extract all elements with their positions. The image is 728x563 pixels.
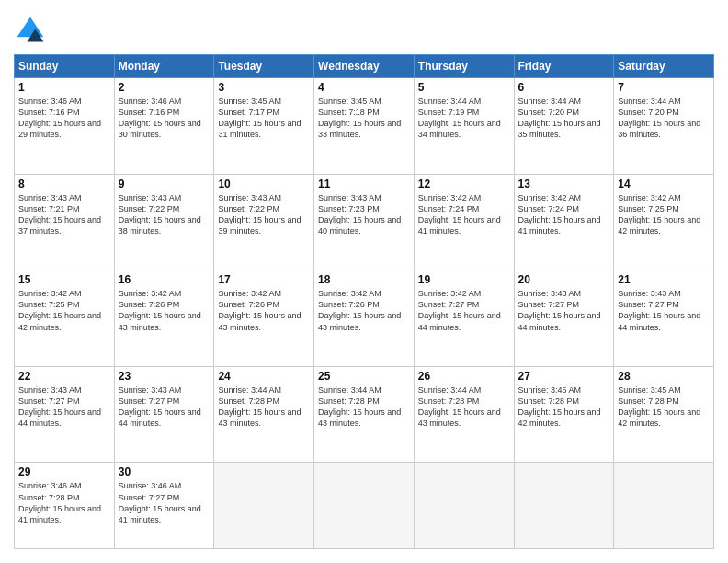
day-number: 1	[18, 81, 110, 94]
cell-info: Sunrise: 3:43 AM Sunset: 7:22 PM Dayligh…	[218, 192, 310, 237]
week-row-1: 1 Sunrise: 3:46 AM Sunset: 7:16 PM Dayli…	[15, 78, 714, 175]
day-number: 9	[119, 178, 210, 190]
day-number: 4	[318, 81, 410, 94]
day-number: 23	[119, 370, 210, 383]
day-number: 28	[618, 370, 710, 383]
cell-info: Sunrise: 3:42 AM Sunset: 7:24 PM Dayligh…	[518, 192, 610, 237]
weekday-header-thursday: Thursday	[414, 55, 514, 78]
calendar-cell: 29 Sunrise: 3:46 AM Sunset: 7:28 PM Dayl…	[15, 463, 115, 549]
cell-info: Sunrise: 3:44 AM Sunset: 7:20 PM Dayligh…	[518, 96, 610, 141]
calendar-cell: 21 Sunrise: 3:43 AM Sunset: 7:27 PM Dayl…	[614, 270, 714, 367]
calendar-cell: 3 Sunrise: 3:45 AM Sunset: 7:17 PM Dayli…	[214, 78, 314, 175]
calendar-cell: 28 Sunrise: 3:45 AM Sunset: 7:28 PM Dayl…	[614, 366, 714, 463]
calendar-cell: 9 Sunrise: 3:43 AM Sunset: 7:22 PM Dayli…	[114, 174, 214, 270]
calendar-cell: 24 Sunrise: 3:44 AM Sunset: 7:28 PM Dayl…	[214, 366, 314, 463]
calendar-cell: 11 Sunrise: 3:43 AM Sunset: 7:23 PM Dayl…	[314, 174, 415, 270]
day-number: 20	[518, 273, 610, 286]
week-row-4: 22 Sunrise: 3:43 AM Sunset: 7:27 PM Dayl…	[15, 366, 714, 463]
weekday-header-tuesday: Tuesday	[214, 55, 314, 78]
day-number: 14	[618, 178, 710, 190]
cell-info: Sunrise: 3:42 AM Sunset: 7:25 PM Dayligh…	[618, 192, 710, 237]
calendar-cell: 25 Sunrise: 3:44 AM Sunset: 7:28 PM Dayl…	[314, 366, 415, 463]
cell-info: Sunrise: 3:42 AM Sunset: 7:26 PM Dayligh…	[318, 288, 410, 333]
calendar-cell	[414, 463, 514, 549]
day-number: 19	[418, 273, 510, 286]
cell-info: Sunrise: 3:43 AM Sunset: 7:22 PM Dayligh…	[119, 192, 210, 237]
cell-info: Sunrise: 3:42 AM Sunset: 7:25 PM Dayligh…	[18, 288, 110, 333]
cell-info: Sunrise: 3:43 AM Sunset: 7:27 PM Dayligh…	[18, 385, 110, 430]
calendar-cell: 6 Sunrise: 3:44 AM Sunset: 7:20 PM Dayli…	[514, 78, 614, 175]
header	[14, 14, 714, 47]
cell-info: Sunrise: 3:43 AM Sunset: 7:27 PM Dayligh…	[518, 288, 610, 333]
cell-info: Sunrise: 3:44 AM Sunset: 7:28 PM Dayligh…	[318, 385, 410, 430]
cell-info: Sunrise: 3:42 AM Sunset: 7:27 PM Dayligh…	[418, 288, 510, 333]
calendar-cell: 17 Sunrise: 3:42 AM Sunset: 7:26 PM Dayl…	[214, 270, 314, 367]
day-number: 12	[418, 178, 510, 190]
day-number: 16	[119, 273, 210, 286]
day-number: 25	[318, 370, 410, 383]
calendar-cell: 14 Sunrise: 3:42 AM Sunset: 7:25 PM Dayl…	[614, 174, 714, 270]
header-row: SundayMondayTuesdayWednesdayThursdayFrid…	[15, 55, 714, 78]
weekday-header-wednesday: Wednesday	[314, 55, 415, 78]
weekday-header-saturday: Saturday	[614, 55, 714, 78]
calendar-table: SundayMondayTuesdayWednesdayThursdayFrid…	[14, 54, 714, 549]
calendar-cell	[314, 463, 415, 549]
calendar-cell: 5 Sunrise: 3:44 AM Sunset: 7:19 PM Dayli…	[414, 78, 514, 175]
calendar-cell: 19 Sunrise: 3:42 AM Sunset: 7:27 PM Dayl…	[414, 270, 514, 367]
day-number: 27	[518, 370, 610, 383]
cell-info: Sunrise: 3:45 AM Sunset: 7:28 PM Dayligh…	[518, 385, 610, 430]
cell-info: Sunrise: 3:42 AM Sunset: 7:24 PM Dayligh…	[418, 192, 510, 237]
day-number: 18	[318, 273, 410, 286]
cell-info: Sunrise: 3:43 AM Sunset: 7:21 PM Dayligh…	[18, 192, 110, 237]
calendar-cell: 15 Sunrise: 3:42 AM Sunset: 7:25 PM Dayl…	[15, 270, 115, 367]
calendar-cell: 27 Sunrise: 3:45 AM Sunset: 7:28 PM Dayl…	[514, 366, 614, 463]
calendar-cell: 12 Sunrise: 3:42 AM Sunset: 7:24 PM Dayl…	[414, 174, 514, 270]
calendar-cell: 30 Sunrise: 3:46 AM Sunset: 7:27 PM Dayl…	[114, 463, 214, 549]
calendar-cell: 8 Sunrise: 3:43 AM Sunset: 7:21 PM Dayli…	[15, 174, 115, 270]
calendar-cell: 1 Sunrise: 3:46 AM Sunset: 7:16 PM Dayli…	[15, 78, 115, 175]
cell-info: Sunrise: 3:45 AM Sunset: 7:28 PM Dayligh…	[618, 385, 710, 430]
cell-info: Sunrise: 3:46 AM Sunset: 7:27 PM Dayligh…	[119, 480, 210, 525]
cell-info: Sunrise: 3:44 AM Sunset: 7:28 PM Dayligh…	[218, 385, 310, 430]
calendar-cell: 4 Sunrise: 3:45 AM Sunset: 7:18 PM Dayli…	[314, 78, 415, 175]
day-number: 8	[18, 178, 110, 190]
week-row-2: 8 Sunrise: 3:43 AM Sunset: 7:21 PM Dayli…	[15, 174, 714, 270]
cell-info: Sunrise: 3:45 AM Sunset: 7:18 PM Dayligh…	[318, 96, 410, 141]
day-number: 15	[18, 273, 110, 286]
day-number: 30	[119, 465, 210, 478]
calendar-cell: 20 Sunrise: 3:43 AM Sunset: 7:27 PM Dayl…	[514, 270, 614, 367]
cell-info: Sunrise: 3:43 AM Sunset: 7:27 PM Dayligh…	[618, 288, 710, 333]
calendar-cell: 10 Sunrise: 3:43 AM Sunset: 7:22 PM Dayl…	[214, 174, 314, 270]
day-number: 7	[618, 81, 710, 94]
cell-info: Sunrise: 3:43 AM Sunset: 7:27 PM Dayligh…	[119, 385, 210, 430]
day-number: 11	[318, 178, 410, 190]
logo-icon	[14, 14, 47, 47]
cell-info: Sunrise: 3:43 AM Sunset: 7:23 PM Dayligh…	[318, 192, 410, 237]
cell-info: Sunrise: 3:45 AM Sunset: 7:17 PM Dayligh…	[218, 96, 310, 141]
day-number: 22	[18, 370, 110, 383]
day-number: 13	[518, 178, 610, 190]
weekday-header-sunday: Sunday	[15, 55, 115, 78]
day-number: 5	[418, 81, 510, 94]
calendar-cell: 26 Sunrise: 3:44 AM Sunset: 7:28 PM Dayl…	[414, 366, 514, 463]
day-number: 29	[18, 465, 110, 478]
day-number: 10	[218, 178, 310, 190]
calendar-cell	[514, 463, 614, 549]
calendar-cell: 13 Sunrise: 3:42 AM Sunset: 7:24 PM Dayl…	[514, 174, 614, 270]
day-number: 2	[119, 81, 210, 94]
calendar-cell: 18 Sunrise: 3:42 AM Sunset: 7:26 PM Dayl…	[314, 270, 415, 367]
week-row-3: 15 Sunrise: 3:42 AM Sunset: 7:25 PM Dayl…	[15, 270, 714, 367]
cell-info: Sunrise: 3:46 AM Sunset: 7:16 PM Dayligh…	[18, 96, 110, 141]
day-number: 6	[518, 81, 610, 94]
day-number: 24	[218, 370, 310, 383]
cell-info: Sunrise: 3:44 AM Sunset: 7:28 PM Dayligh…	[418, 385, 510, 430]
logo	[14, 14, 52, 47]
svg-marker-0	[17, 17, 44, 38]
day-number: 3	[218, 81, 310, 94]
calendar-cell: 23 Sunrise: 3:43 AM Sunset: 7:27 PM Dayl…	[114, 366, 214, 463]
cell-info: Sunrise: 3:46 AM Sunset: 7:28 PM Dayligh…	[18, 480, 110, 525]
day-number: 17	[218, 273, 310, 286]
week-row-5: 29 Sunrise: 3:46 AM Sunset: 7:28 PM Dayl…	[15, 463, 714, 549]
calendar-cell: 16 Sunrise: 3:42 AM Sunset: 7:26 PM Dayl…	[114, 270, 214, 367]
cell-info: Sunrise: 3:44 AM Sunset: 7:19 PM Dayligh…	[418, 96, 510, 141]
